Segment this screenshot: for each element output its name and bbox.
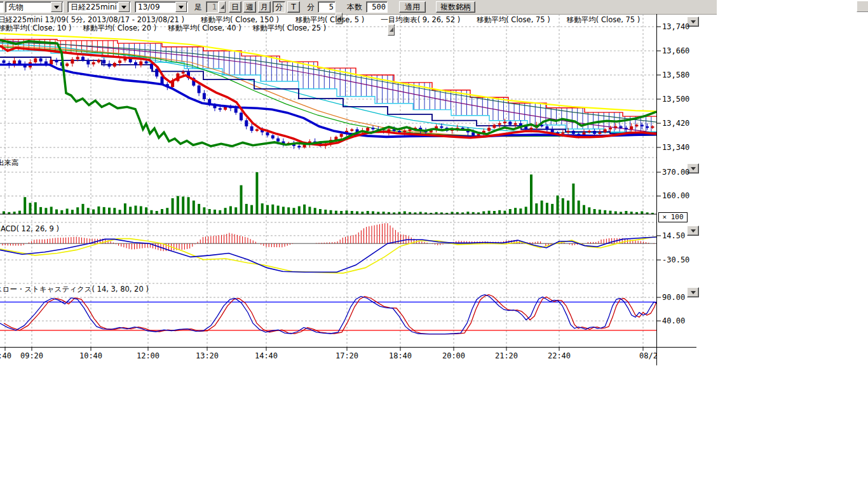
volume-label: 出来高 (0, 158, 19, 168)
legend-item: 移動平均( Close, 25 ) (253, 24, 327, 33)
y-axis-tick-label: 13,500 (662, 95, 689, 104)
y-axis-tick-label: 370.00 (662, 168, 689, 177)
chart-canvas (0, 0, 868, 488)
legend-item: 一目均衡表( 9, 26, 52 ) (381, 15, 460, 25)
chevron-down-icon (691, 291, 696, 294)
volume-bars (0, 172, 656, 214)
stochastics-label: スロー・ストキャスティクス( 14, 3, 80, 20 ) (0, 285, 149, 294)
y-axis-tick-label: 13,740 (662, 22, 689, 31)
chevron-down-icon (691, 20, 696, 24)
stochastics-panel-menu-button[interactable] (687, 287, 699, 297)
x-axis-tick-label: 12:00 (134, 351, 162, 361)
macd-plot (0, 223, 656, 273)
y-axis-tick-label: -30.50 (662, 255, 689, 264)
multiplier-badge: × 100 (658, 212, 688, 222)
x-axis-tick-label: 13:20 (193, 351, 221, 361)
y-axis-tick-label: 40.00 (662, 316, 685, 325)
chart-application-window: 先物 日経225mini 13/09 足 1 日 週 月 分 T 分 5 本数 … (0, 0, 868, 488)
legend-item: 移動平均( Close, 10 ) (0, 24, 72, 33)
x-axis-tick-label: 10:40 (77, 351, 105, 361)
x-axis-tick-label: 18:40 (386, 351, 414, 361)
y-axis-tick-label: 160.00 (662, 191, 689, 200)
x-axis-tick-label: 22:40 (545, 351, 573, 361)
x-axis-tick-label: 09:20 (18, 351, 46, 361)
y-axis-tick-label: 14.50 (662, 231, 685, 240)
thick-overlay-lines (0, 40, 656, 146)
y-axis-tick-label: 13,340 (662, 143, 689, 152)
y-axis-tick-label: 90.00 (662, 293, 685, 302)
legend-item: 移動平均( Close, 75 ) (477, 15, 550, 25)
x-axis-tick-label: 08/20 (639, 351, 656, 361)
stochastics-plot (0, 295, 656, 334)
legend-item: 移動平均( Close, 20 ) (83, 24, 157, 33)
x-axis-tick-label: 21:20 (492, 351, 520, 361)
x-axis-tick-label: 14:40 (252, 351, 280, 361)
x-axis-tick-label: 20:00 (440, 351, 468, 361)
y-axis-tick-label: 13,580 (662, 71, 689, 79)
chevron-down-icon (691, 167, 696, 170)
horizontal-gridlines (0, 27, 656, 321)
legend-item: 移動平均( Close, 75 ) (567, 15, 641, 25)
macd-panel-menu-button[interactable] (687, 226, 699, 236)
x-axis-tick-label: 08:40 (0, 351, 13, 361)
y-axis-tick-label: 13,660 (662, 46, 689, 55)
legend-item: 移動平均( Close, 40 ) (168, 24, 241, 33)
x-axis-tick-label: 17:20 (333, 351, 361, 361)
chart-legend-line2: 移動平均( Close, 10 )移動平均( Close, 20 )移動平均( … (0, 24, 326, 33)
chevron-down-icon (691, 229, 696, 233)
macd-label: MACD( 12, 26, 9 ) (0, 224, 59, 233)
y-axis-tick-label: 13,420 (662, 119, 689, 128)
